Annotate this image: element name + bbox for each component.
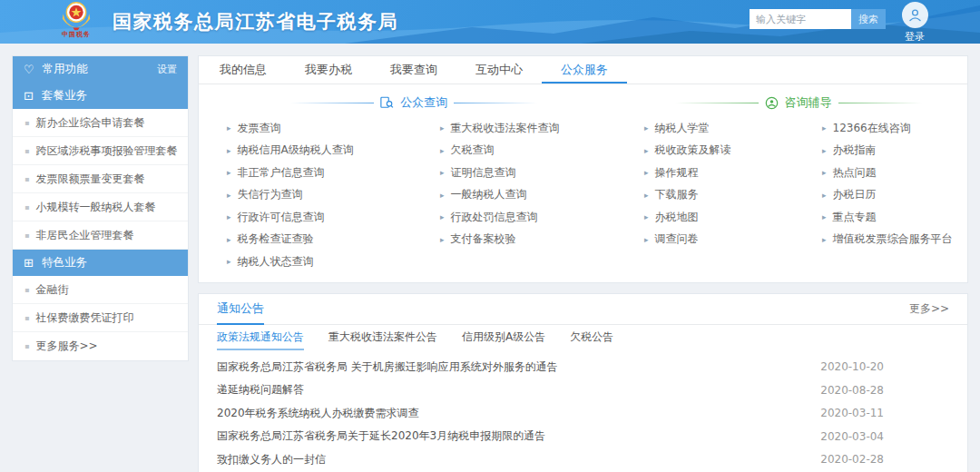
- notice-list-item[interactable]: 2020年税务系统纳税人办税缴费需求调查2020-03-11: [217, 402, 949, 426]
- service-link-label: 办税指南: [833, 143, 877, 158]
- heart-icon: ♡: [24, 64, 34, 75]
- sidebar-group-label: 常用功能: [43, 62, 88, 77]
- login-link[interactable]: 登录: [895, 30, 935, 44]
- consult-header: 咨询辅导: [629, 93, 967, 112]
- service-link[interactable]: ▸热点问题: [822, 162, 967, 184]
- main-tab[interactable]: 互动中心: [456, 56, 542, 84]
- notice-list-item[interactable]: 致扣缴义务人的一封信2020-02-28: [217, 448, 949, 472]
- public-query-header: 公众查询: [199, 93, 629, 112]
- service-link[interactable]: ▸12366在线咨询: [822, 117, 967, 140]
- notice-list-item[interactable]: 国家税务总局江苏省税务局关于延长2020年3月纳税申报期限的通告2020-03-…: [217, 425, 949, 448]
- service-link[interactable]: ▸重大税收违法案件查询: [440, 117, 644, 140]
- service-link[interactable]: ▸税务检查证查验: [227, 229, 440, 251]
- search-button[interactable]: 搜索: [851, 9, 886, 29]
- service-link-label: 办税地图: [655, 210, 699, 225]
- service-link[interactable]: ▸行政处罚信息查询: [440, 206, 644, 229]
- bullet-icon: ▪: [24, 203, 29, 211]
- service-links-grid: ▸发票查询▸纳税信用A级纳税人查询▸非正常户信息查询▸失信行为查询▸行政许可信息…: [199, 112, 967, 282]
- sidebar-group-special-business[interactable]: ⊞ 特色业务: [13, 250, 188, 276]
- service-link[interactable]: ▸重点专题: [822, 206, 967, 229]
- arrow-icon: ▸: [227, 123, 231, 133]
- notice-subtab[interactable]: 欠税公告: [570, 325, 613, 350]
- main-tabbar: 我的信息我要办税我要查询互动中心公众服务: [199, 56, 967, 84]
- arrow-icon: ▸: [644, 212, 649, 221]
- notice-subtab[interactable]: 政策法规通知公告: [217, 325, 304, 350]
- main-tab[interactable]: 我要办税: [286, 56, 371, 84]
- service-link-column: ▸纳税人学堂▸税收政策及解读▸操作规程▸下载服务▸办税地图▸调查问卷: [644, 117, 822, 273]
- settings-link[interactable]: 设置: [157, 63, 177, 76]
- service-link[interactable]: ▸纳税人状态查询: [227, 251, 440, 273]
- service-link-label: 纳税人学堂: [655, 121, 710, 136]
- main-tab[interactable]: 我的信息: [201, 56, 286, 84]
- service-link[interactable]: ▸非正常户信息查询: [227, 162, 440, 184]
- bullet-icon: ▪: [24, 314, 29, 322]
- service-link[interactable]: ▸调查问卷: [644, 229, 822, 251]
- service-link[interactable]: ▸欠税查询: [440, 140, 644, 162]
- grid-icon: ⊞: [24, 257, 34, 269]
- sidebar-item-package[interactable]: ▪跨区域涉税事项报验管理套餐: [13, 137, 188, 165]
- service-link[interactable]: ▸支付备案校验: [440, 229, 644, 251]
- service-link[interactable]: ▸下载服务: [644, 184, 822, 207]
- service-link[interactable]: ▸发票查询: [227, 117, 440, 140]
- sidebar-item-package[interactable]: ▪非居民企业管理套餐: [13, 221, 188, 250]
- main-tab[interactable]: 公众服务: [542, 56, 627, 84]
- service-link[interactable]: ▸办税日历: [822, 184, 967, 207]
- public-query-title: 公众查询: [400, 94, 447, 111]
- top-banner: 中国税务 国家税务总局江苏省电子税务局 搜索 登录: [0, 0, 980, 44]
- service-link[interactable]: ▸办税地图: [644, 206, 822, 229]
- sidebar-item-label: 金融街: [35, 282, 68, 298]
- service-link[interactable]: ▸办税指南: [822, 140, 967, 162]
- arrow-icon: ▸: [227, 168, 231, 177]
- notice-more-link[interactable]: 更多>>: [909, 294, 949, 324]
- arrow-icon: ▸: [644, 146, 649, 155]
- service-link-label: 纳税人状态查询: [238, 254, 314, 270]
- search-input[interactable]: [750, 9, 851, 29]
- sidebar-item-special[interactable]: ▪社保费缴费凭证打印: [13, 304, 188, 332]
- service-link-label: 调查问卷: [655, 231, 699, 247]
- bullet-icon: ▪: [24, 286, 29, 294]
- notice-subtabs: 政策法规通知公告重大税收违法案件公告信用级别A级公告欠税公告: [199, 325, 967, 351]
- login-area[interactable]: 登录: [895, 2, 935, 44]
- special-item-list: ▪金融街▪社保费缴费凭证打印: [13, 276, 188, 332]
- main-tab[interactable]: 我要查询: [371, 56, 456, 84]
- notice-list-item[interactable]: 递延纳税问题解答2020-08-28: [217, 379, 949, 402]
- notice-list-item[interactable]: 国家税务总局江苏省税务局 关于机房搬迁影响应用系统对外服务的通告2020-10-…: [217, 356, 949, 379]
- arrow-icon: ▸: [440, 235, 445, 244]
- service-link[interactable]: ▸纳税人学堂: [644, 117, 822, 140]
- service-link[interactable]: ▸一般纳税人查询: [440, 184, 644, 207]
- service-link-column: ▸12366在线咨询▸办税指南▸热点问题▸办税日历▸重点专题▸增值税发票综合服务…: [822, 117, 967, 273]
- sidebar-item-package[interactable]: ▪发票限额票量变更套餐: [13, 165, 188, 193]
- notice-tab[interactable]: 通知公告: [217, 294, 264, 325]
- service-link-label: 欠税查询: [451, 143, 495, 158]
- service-link[interactable]: ▸税收政策及解读: [644, 140, 822, 162]
- service-link-label: 办税日历: [833, 187, 877, 202]
- sidebar-item-package[interactable]: ▪小规模转一般纳税人套餐: [13, 193, 188, 221]
- sidebar-group-package-business[interactable]: ⊡ 套餐业务: [13, 83, 188, 109]
- user-avatar-icon[interactable]: [902, 2, 928, 28]
- bullet-icon: ▪: [24, 175, 29, 183]
- arrow-icon: ▸: [822, 123, 827, 133]
- service-link[interactable]: ▸行政许可信息查询: [227, 206, 440, 229]
- arrow-icon: ▸: [227, 235, 231, 244]
- sidebar-item-package[interactable]: ▪新办企业综合申请套餐: [13, 109, 188, 137]
- arrow-icon: ▸: [644, 123, 649, 133]
- service-link-label: 热点问题: [833, 165, 877, 181]
- service-link-label: 一般纳税人查询: [451, 187, 527, 202]
- logo-caption: 中国税务: [62, 30, 91, 39]
- service-link-column: ▸发票查询▸纳税信用A级纳税人查询▸非正常户信息查询▸失信行为查询▸行政许可信息…: [227, 117, 440, 273]
- service-link[interactable]: ▸证明信息查询: [440, 162, 644, 184]
- service-link[interactable]: ▸纳税信用A级纳税人查询: [227, 140, 440, 162]
- sidebar-item-more-services[interactable]: ▪ 更多服务>>: [13, 332, 188, 360]
- service-link[interactable]: ▸增值税发票综合服务平台: [822, 229, 967, 251]
- arrow-icon: ▸: [440, 146, 445, 155]
- sidebar-group-common-functions[interactable]: ♡ 常用功能 设置: [13, 56, 188, 83]
- notice-subtab[interactable]: 重大税收违法案件公告: [328, 325, 437, 350]
- notice-subtab[interactable]: 信用级别A级公告: [462, 325, 545, 350]
- sidebar-item-special[interactable]: ▪金融街: [13, 276, 188, 304]
- tax-emblem-icon: [60, 1, 93, 32]
- service-link-label: 非正常户信息查询: [238, 165, 325, 181]
- service-link[interactable]: ▸失信行为查询: [227, 184, 440, 207]
- service-link-label: 纳税信用A级纳税人查询: [238, 143, 354, 158]
- service-link-column: ▸重大税收违法案件查询▸欠税查询▸证明信息查询▸一般纳税人查询▸行政处罚信息查询…: [440, 117, 644, 273]
- service-link[interactable]: ▸操作规程: [644, 162, 822, 184]
